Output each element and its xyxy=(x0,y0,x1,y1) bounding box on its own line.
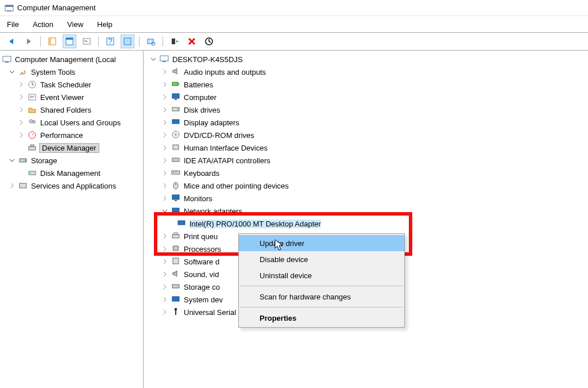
svg-rect-9 xyxy=(84,41,88,42)
svg-rect-66 xyxy=(172,297,179,301)
chevron-right-icon[interactable] xyxy=(17,93,25,101)
ctx-separator xyxy=(240,286,403,286)
monitor-icon xyxy=(171,193,181,203)
svg-rect-1 xyxy=(5,5,13,7)
tree-services[interactable]: Services and Applications xyxy=(1,179,142,192)
chevron-right-icon[interactable] xyxy=(161,232,169,240)
keyboard-icon xyxy=(171,168,181,178)
tree-local-users[interactable]: Local Users and Groups xyxy=(1,116,142,129)
svg-rect-26 xyxy=(29,147,36,150)
ctx-properties[interactable]: Properties xyxy=(239,310,404,326)
action-button[interactable] xyxy=(121,34,134,48)
svg-rect-53 xyxy=(175,200,177,201)
chevron-right-icon[interactable] xyxy=(17,80,25,89)
chevron-right-icon[interactable] xyxy=(161,182,169,190)
device-label: Audio inputs and outputs xyxy=(184,68,266,76)
chevron-right-icon[interactable] xyxy=(161,118,169,126)
storage-icon xyxy=(18,156,28,165)
device-cat-monitors[interactable]: Monitors xyxy=(145,192,587,205)
nav-back-button[interactable] xyxy=(5,34,18,48)
ctx-disable-device[interactable]: Disable device xyxy=(239,251,404,267)
chevron-right-icon[interactable] xyxy=(17,118,25,126)
device-pane[interactable]: DESKTOP-K4S5DJS Audio inputs and outputs… xyxy=(144,51,588,388)
nav-forward-button[interactable] xyxy=(22,34,36,48)
chevron-down-icon[interactable] xyxy=(8,156,16,164)
svg-text:?: ? xyxy=(108,37,112,45)
device-cat-keyboards[interactable]: Keyboards xyxy=(145,167,587,179)
chevron-down-icon[interactable] xyxy=(149,55,157,63)
folder-shared-icon xyxy=(28,105,37,114)
tree-label: Performance xyxy=(39,131,84,140)
chevron-right-icon[interactable] xyxy=(161,283,169,291)
device-label: Intel(R) PRO/1000 MT Desktop Adapter xyxy=(189,220,321,228)
svg-rect-27 xyxy=(30,145,34,147)
device-cat-display[interactable]: Display adapters xyxy=(145,116,587,129)
chevron-right-icon[interactable] xyxy=(161,106,169,114)
chevron-down-icon[interactable] xyxy=(8,68,16,76)
chevron-right-icon[interactable] xyxy=(161,93,169,101)
chevron-right-icon[interactable] xyxy=(161,144,169,152)
ctx-update-driver[interactable]: Update driver xyxy=(239,235,404,251)
tree-shared-folders[interactable]: Shared Folders xyxy=(1,103,142,116)
chevron-right-icon[interactable] xyxy=(161,258,169,266)
mouse-icon xyxy=(171,180,181,191)
ctx-scan-hardware[interactable]: Scan for hardware changes xyxy=(239,289,404,305)
services-icon xyxy=(18,181,28,190)
device-root[interactable]: DESKTOP-K4S5DJS xyxy=(145,53,587,66)
device-cat-disk[interactable]: Disk drives xyxy=(145,103,587,116)
chevron-right-icon[interactable] xyxy=(8,182,16,190)
chevron-down-icon[interactable] xyxy=(161,207,169,215)
device-cat-network-adapters[interactable]: Network adapters xyxy=(145,205,587,217)
tree-task-scheduler[interactable]: Task Scheduler xyxy=(1,78,142,91)
chevron-right-icon[interactable] xyxy=(17,106,25,114)
menu-file[interactable]: File xyxy=(7,20,19,29)
enable-device-button[interactable] xyxy=(168,34,181,48)
tree-event-viewer[interactable]: Event Viewer xyxy=(1,91,142,103)
tree-system-tools[interactable]: System Tools xyxy=(1,66,142,78)
chevron-right-icon[interactable] xyxy=(17,131,25,139)
svg-rect-55 xyxy=(174,212,177,213)
chevron-right-icon[interactable] xyxy=(161,68,169,76)
chevron-right-icon[interactable] xyxy=(161,245,169,253)
ctx-uninstall-device[interactable]: Uninstall device xyxy=(239,267,404,283)
view-toggle-button[interactable] xyxy=(63,34,76,48)
device-network-intel[interactable]: Intel(R) PRO/1000 MT Desktop Adapter xyxy=(145,217,587,230)
menu-view[interactable]: View xyxy=(67,20,83,29)
device-cat-mice[interactable]: Mice and other pointing devices xyxy=(145,179,587,192)
device-cat-computer[interactable]: Computer xyxy=(145,91,587,103)
chevron-right-icon[interactable] xyxy=(161,169,169,177)
chevron-right-icon[interactable] xyxy=(161,80,169,89)
disable-device-button[interactable] xyxy=(185,34,199,48)
tree-pane[interactable]: Computer Management (Local System Tools … xyxy=(0,51,144,388)
tree-root[interactable]: Computer Management (Local xyxy=(1,53,142,66)
tree-performance[interactable]: Performance xyxy=(1,129,142,141)
ctx-separator xyxy=(240,307,403,308)
app-icon xyxy=(5,3,14,13)
tree-disk-management[interactable]: Disk Management xyxy=(1,167,142,179)
show-hide-tree-button[interactable] xyxy=(45,34,59,48)
event-viewer-icon xyxy=(28,93,37,102)
properties-button[interactable] xyxy=(80,34,94,48)
device-cat-batteries[interactable]: Batteries xyxy=(145,78,587,91)
chevron-right-icon[interactable] xyxy=(161,308,169,316)
chevron-right-icon[interactable] xyxy=(161,194,169,202)
cpu-icon xyxy=(171,244,181,254)
scan-hardware-button[interactable] xyxy=(144,34,158,48)
menu-help[interactable]: Help xyxy=(97,20,113,29)
chevron-right-icon[interactable] xyxy=(161,156,169,164)
tree-device-manager[interactable]: Device Manager xyxy=(1,141,142,154)
controller-icon xyxy=(171,155,181,166)
help-button[interactable]: ? xyxy=(103,34,117,48)
device-cat-hid[interactable]: Human Interface Devices xyxy=(145,141,587,154)
device-label: Batteries xyxy=(184,80,213,89)
update-driver-button[interactable] xyxy=(202,34,216,48)
chevron-right-icon[interactable] xyxy=(161,295,169,304)
menu-action[interactable]: Action xyxy=(33,20,53,29)
device-cat-ide[interactable]: IDE ATA/ATAPI controllers xyxy=(145,154,587,167)
tree-storage[interactable]: Storage xyxy=(1,154,142,167)
chevron-right-icon[interactable] xyxy=(161,270,169,278)
svg-rect-41 xyxy=(172,120,179,124)
device-cat-audio[interactable]: Audio inputs and outputs xyxy=(145,66,587,78)
device-cat-dvd[interactable]: DVD/CD-ROM drives xyxy=(145,129,587,141)
chevron-right-icon[interactable] xyxy=(161,131,169,139)
